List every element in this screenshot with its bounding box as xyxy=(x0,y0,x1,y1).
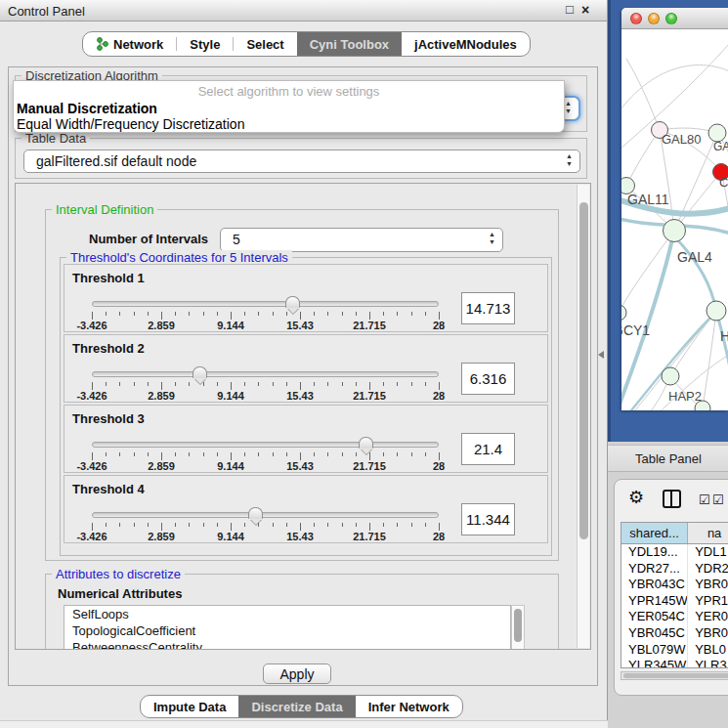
threshold-slider[interactable] xyxy=(92,512,439,518)
apply-button[interactable]: Apply xyxy=(263,664,331,684)
number-of-intervals-combobox[interactable]: 5 ▲▼ xyxy=(220,228,503,252)
table-row[interactable]: YBL079WYBL0 xyxy=(621,642,728,659)
table-row[interactable]: YBR043CYBR0 xyxy=(621,577,728,593)
tick-mark xyxy=(342,312,343,316)
table-panel-titlebar[interactable]: Table Panel xyxy=(608,445,728,472)
network-window-titlebar[interactable] xyxy=(621,8,728,29)
dropdown-placeholder-item[interactable]: Select algorithm to view settings xyxy=(14,84,564,99)
tick-mark xyxy=(231,523,232,531)
slider-thumb-icon[interactable] xyxy=(193,366,207,378)
slider-thumb-icon[interactable] xyxy=(248,507,263,519)
table-row[interactable]: YDL19...YDL1 xyxy=(621,544,728,561)
slider-thumb-icon[interactable] xyxy=(285,296,300,308)
threshold-value-field[interactable]: 21.4 xyxy=(461,433,515,465)
threshold-label: Threshold 4 xyxy=(72,482,145,496)
tab-select[interactable]: Select xyxy=(234,32,296,56)
tick-mark xyxy=(439,452,440,460)
threshold-value-field[interactable]: 6.316 xyxy=(461,363,515,395)
tick-label: 2.859 xyxy=(148,320,175,331)
minimize-traffic-light[interactable] xyxy=(648,13,660,24)
table-horizontal-scrollbar[interactable] xyxy=(621,671,728,680)
tab-impute-data[interactable]: Impute Data xyxy=(141,696,238,717)
network-node[interactable] xyxy=(662,367,679,385)
network-edge xyxy=(626,59,660,130)
tick-mark xyxy=(244,452,245,456)
threshold-slider[interactable] xyxy=(92,442,439,448)
dropdown-option-equal-width-frequency[interactable]: Equal Width/Frequency Discretization xyxy=(17,116,244,132)
list-item-selfloops[interactable]: SelfLoops xyxy=(64,606,510,622)
tick-label: 9.144 xyxy=(217,320,244,331)
tab-style[interactable]: Style xyxy=(177,32,233,56)
threshold-rows: Threshold 1-3.4262.8599.14415.4321.71528… xyxy=(64,264,548,545)
threshold-row: Threshold 2-3.4262.8599.14415.4321.71528… xyxy=(64,334,548,403)
checkbox-icon[interactable]: ☑ xyxy=(699,492,710,507)
tick-label: 21.715 xyxy=(353,531,386,542)
tick-mark xyxy=(92,452,93,460)
table-row[interactable]: YBR045CYBR0 xyxy=(621,625,728,642)
table-body: YDL19...YDL1YDR27...YDR2YBR043CYBR0YPR14… xyxy=(621,544,728,668)
threshold-slider[interactable] xyxy=(92,371,439,377)
tick-label: 21.715 xyxy=(353,460,386,472)
cell-name: YLR3 xyxy=(688,658,728,668)
node-label-gal80: GAL80 xyxy=(662,132,701,147)
tick-mark xyxy=(231,452,232,460)
tick-label: 28 xyxy=(433,320,445,331)
tab-jactivemnodules[interactable]: jActiveMNodules xyxy=(402,32,530,56)
tab-network[interactable]: Network xyxy=(83,32,176,56)
threshold-value-field[interactable]: 11.344 xyxy=(461,503,515,535)
cell-shared-name: YDR27... xyxy=(621,561,688,578)
float-window-icon[interactable]: □ xyxy=(566,2,574,17)
network-node[interactable] xyxy=(621,305,626,321)
tab-discretize-data[interactable]: Discretize Data xyxy=(238,696,355,717)
tick-mark xyxy=(258,382,259,386)
list-item-betweennesscentrality[interactable]: BetweennessCentrality xyxy=(64,639,510,650)
scrollbar-thumb[interactable] xyxy=(623,673,728,678)
tick-mark xyxy=(314,382,315,386)
settings-vertical-scrollbar[interactable] xyxy=(577,185,589,648)
threshold-value-field[interactable]: 14.713 xyxy=(461,292,515,324)
dropdown-option-manual-discretization[interactable]: Manual Discretization xyxy=(17,101,157,116)
tick-mark xyxy=(369,452,370,460)
split-columns-icon[interactable] xyxy=(663,490,681,508)
tick-mark xyxy=(286,452,287,456)
numerical-attributes-list[interactable]: SelfLoopsTopologicalCoefficientBetweenne… xyxy=(64,605,511,650)
close-icon[interactable]: × xyxy=(581,2,589,18)
tab-infer-network[interactable]: Infer Network xyxy=(356,696,462,717)
threshold-slider[interactable] xyxy=(92,301,439,307)
gear-icon[interactable]: ⚙ xyxy=(628,487,644,508)
node-label-c: C xyxy=(719,175,728,190)
table-row[interactable]: YER054CYER0 xyxy=(621,609,728,625)
slider-thumb-icon[interactable] xyxy=(359,437,373,449)
tick-mark xyxy=(273,382,274,386)
network-node[interactable] xyxy=(664,220,686,242)
checkbox-icon[interactable]: ☑ xyxy=(712,492,724,507)
column-header-name[interactable]: na xyxy=(688,523,728,543)
tick-mark xyxy=(134,452,135,456)
scrollbar-thumb[interactable] xyxy=(579,202,588,539)
close-traffic-light[interactable] xyxy=(630,13,642,24)
scrollbar-thumb[interactable] xyxy=(514,609,522,642)
attributes-list-scrollbar[interactable] xyxy=(511,605,525,650)
column-header-shared-name[interactable]: shared... xyxy=(621,523,688,543)
cell-shared-name: YBL079W xyxy=(621,642,688,659)
tick-mark xyxy=(106,452,107,456)
network-canvas[interactable]: GAL80GACGAL11GAL4GCY1HHAP2 xyxy=(621,29,728,410)
network-node[interactable] xyxy=(707,301,726,321)
tick-mark xyxy=(203,452,204,456)
tick-mark xyxy=(258,523,259,527)
table-data-group-title: Table Data xyxy=(21,131,90,146)
table-row[interactable]: YLR345WYLR3 xyxy=(621,658,728,668)
list-item-topologicalcoefficient[interactable]: TopologicalCoefficient xyxy=(64,622,510,639)
panel-divider-arrow[interactable] xyxy=(598,351,604,359)
tab-cyni-toolbox[interactable]: Cyni Toolbox xyxy=(297,32,402,56)
tick-mark xyxy=(286,523,287,527)
table-row[interactable]: YPR145WYPR1 xyxy=(621,593,728,610)
table-data-combobox[interactable]: galFiltered.sif default node ▲▼ xyxy=(23,150,580,173)
node-label-ga: GA xyxy=(713,140,728,153)
tab-label: jActiveMNodules xyxy=(414,37,517,52)
tick-mark xyxy=(217,452,218,456)
table-row[interactable]: YDR27...YDR2 xyxy=(621,561,728,578)
slider-tick-labels: -3.4262.8599.14415.4321.71528 xyxy=(92,460,439,472)
interval-definition-group: Interval Definition Number of Intervals … xyxy=(45,209,559,561)
zoom-traffic-light[interactable] xyxy=(665,13,677,24)
